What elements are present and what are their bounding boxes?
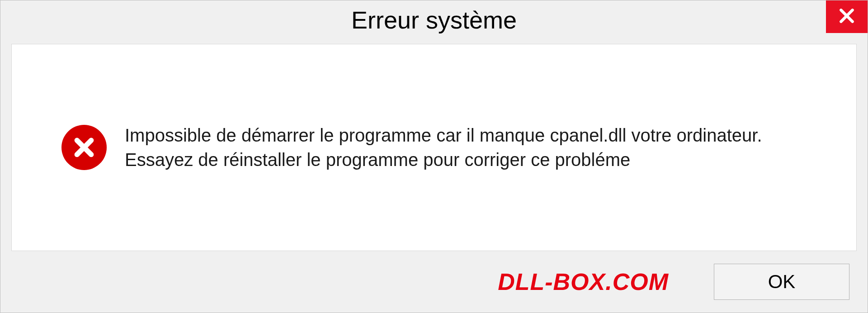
ok-button[interactable]: OK: [714, 264, 849, 300]
message-panel: Impossible de démarrer le programme car …: [11, 44, 857, 251]
close-button[interactable]: [826, 0, 868, 33]
error-dialog: Erreur système Impossible de démarrer le…: [0, 0, 868, 313]
titlebar: Erreur système: [0, 0, 868, 41]
error-icon: [61, 125, 107, 170]
dialog-title: Erreur système: [351, 0, 517, 34]
close-icon: [838, 7, 855, 26]
dialog-footer: DLL-BOX.COM OK: [0, 256, 868, 313]
brand-label: DLL-BOX.COM: [498, 268, 669, 295]
error-message: Impossible de démarrer le programme car …: [125, 123, 816, 172]
